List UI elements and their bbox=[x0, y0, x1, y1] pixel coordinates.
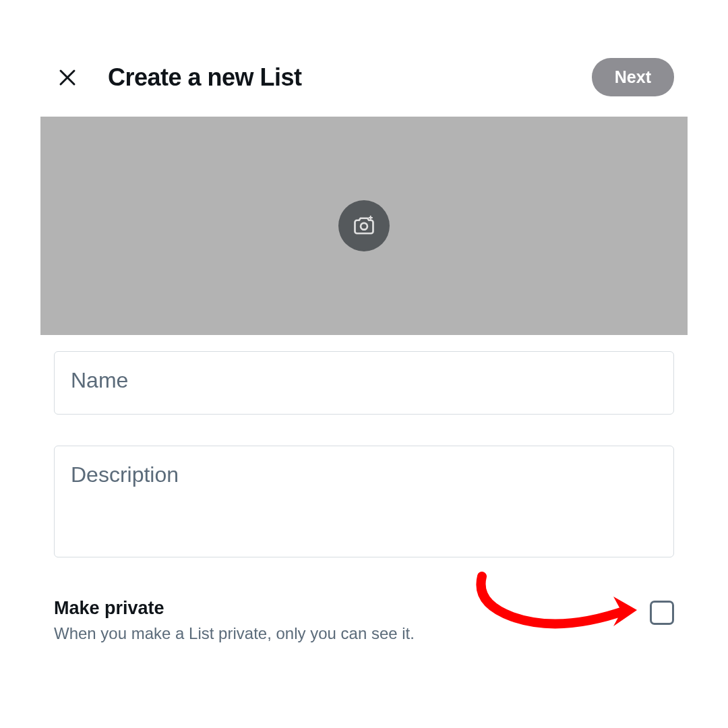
camera-icon bbox=[352, 214, 376, 238]
dialog-header: Create a new List Next bbox=[0, 58, 728, 117]
description-field-label: Description bbox=[71, 462, 179, 487]
name-field[interactable]: Name bbox=[54, 351, 674, 415]
form-area: Name Description Make private When you m… bbox=[0, 335, 728, 643]
create-list-dialog: Create a new List Next Name Description … bbox=[0, 0, 728, 643]
make-private-description: When you make a List private, only you c… bbox=[54, 624, 636, 643]
make-private-checkbox[interactable] bbox=[650, 601, 674, 625]
name-field-label: Name bbox=[71, 368, 128, 393]
svg-point-2 bbox=[361, 223, 367, 230]
make-private-title: Make private bbox=[54, 598, 636, 619]
make-private-text: Make private When you make a List privat… bbox=[54, 598, 636, 643]
description-field[interactable]: Description bbox=[54, 446, 674, 557]
close-button[interactable] bbox=[54, 64, 81, 91]
close-icon bbox=[57, 67, 78, 88]
add-banner-photo-button[interactable] bbox=[338, 200, 390, 251]
dialog-title: Create a new List bbox=[108, 63, 565, 92]
banner-upload-area[interactable] bbox=[40, 117, 688, 335]
next-button[interactable]: Next bbox=[592, 58, 674, 96]
make-private-row: Make private When you make a List privat… bbox=[54, 588, 674, 643]
